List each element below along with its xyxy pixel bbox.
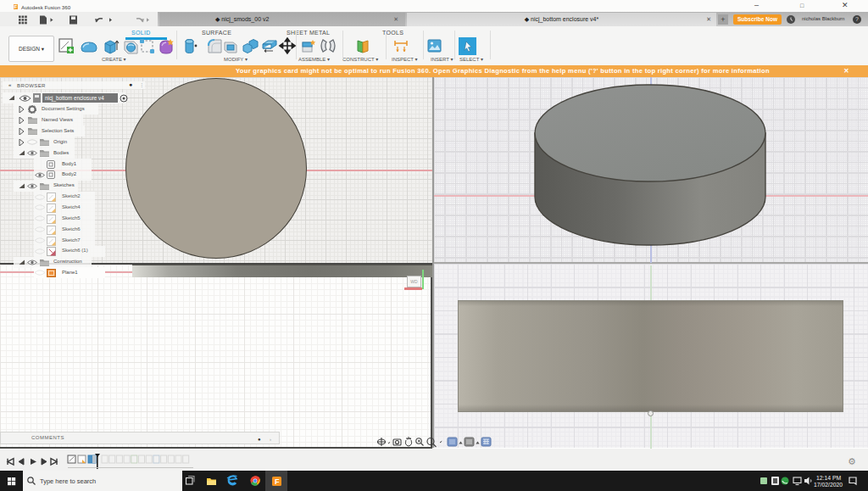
svg-text:12:14 PM: 12:14 PM — [816, 475, 841, 481]
svg-text:F: F — [275, 477, 280, 486]
svg-text:Type here to search: Type here to search — [40, 477, 96, 485]
svg-text:17/02/2020: 17/02/2020 — [814, 482, 843, 488]
